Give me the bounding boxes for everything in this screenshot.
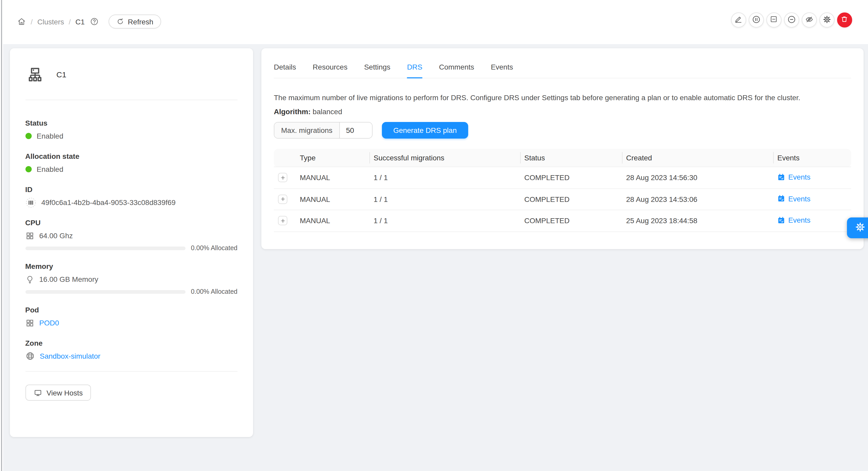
pause-circle-icon	[752, 15, 761, 25]
column-status: Status	[520, 149, 622, 167]
cell-status: COMPLETED	[520, 189, 622, 210]
row-events-label: Events	[788, 171, 811, 183]
allocation-state-dot	[25, 166, 31, 172]
memory-progress: 0.00% Allocated	[25, 287, 238, 296]
tab-resources[interactable]: Resources	[313, 57, 348, 78]
table-row: MANUAL 1 / 1 COMPLETED 25 Aug 2023 18:44…	[274, 210, 851, 232]
pause-cluster-button[interactable]	[748, 12, 764, 28]
breadcrumb-item-clusters[interactable]: Clusters	[37, 18, 64, 26]
row-events-label: Events	[788, 214, 811, 226]
tab-drs[interactable]: DRS	[407, 57, 423, 78]
globe-icon	[25, 351, 35, 361]
header-actions	[731, 12, 852, 28]
cpu-progress-track	[25, 246, 186, 250]
pod-label: Pod	[25, 305, 238, 315]
field-memory: Memory 16.00 GB Memory 0.00% Allocated	[25, 261, 238, 296]
minus-circle-icon	[787, 15, 796, 25]
breadcrumb-separator: /	[69, 18, 71, 26]
field-pod: Pod POD0	[25, 305, 238, 330]
row-events-link[interactable]: Events	[777, 214, 811, 226]
tab-events[interactable]: Events	[491, 57, 513, 78]
cluster-detail-card: Details Resources Settings DRS Comments …	[261, 48, 864, 249]
trash-icon	[840, 15, 848, 25]
delete-cluster-button[interactable]	[837, 12, 852, 28]
status-dot	[25, 133, 31, 139]
expand-row-button[interactable]	[278, 216, 287, 226]
cpu-progress: 0.00% Allocated	[25, 243, 238, 253]
cell-migrations: 1 / 1	[369, 210, 520, 232]
cell-migrations: 1 / 1	[369, 189, 520, 210]
tab-details[interactable]: Details	[274, 57, 296, 78]
plus-icon	[280, 196, 285, 202]
tab-comments[interactable]: Comments	[439, 57, 474, 78]
row-events-link[interactable]: Events	[777, 171, 811, 183]
row-events-label: Events	[788, 193, 811, 204]
gear-icon	[822, 15, 831, 25]
drs-controls: Max. migrations Generate DRS plan	[274, 122, 851, 139]
cell-created: 25 Aug 2023 18:44:58	[622, 210, 773, 232]
max-migrations-group: Max. migrations	[274, 122, 373, 139]
migrations-table: Type Successful migrations Status Create…	[274, 149, 851, 232]
breadcrumb: / Clusters / C1 Refresh	[17, 14, 161, 29]
zone-link[interactable]: Sandbox-simulator	[40, 350, 100, 362]
gear-icon	[855, 222, 865, 234]
memory-value: 16.00 GB Memory	[39, 273, 98, 285]
settings-button[interactable]	[819, 12, 834, 28]
expand-row-button[interactable]	[278, 173, 287, 182]
table-header-row: Type Successful migrations Status Create…	[274, 149, 851, 167]
info-fields: Status Enabled Allocation state Enabled …	[25, 118, 238, 363]
eye-invisible-icon	[805, 15, 813, 25]
memory-label: Memory	[25, 261, 238, 271]
refresh-button[interactable]: Refresh	[108, 14, 161, 29]
row-events-link[interactable]: Events	[777, 193, 811, 204]
max-migrations-input[interactable]	[340, 123, 372, 138]
grid-icon	[25, 231, 34, 240]
breadcrumb-item-current: C1	[75, 18, 85, 26]
cell-created: 28 Aug 2023 14:53:06	[622, 189, 773, 210]
max-migrations-label: Max. migrations	[274, 123, 340, 138]
project-settings-fab[interactable]	[847, 217, 868, 238]
plus-icon	[280, 175, 285, 180]
cell-created: 28 Aug 2023 14:56:30	[622, 167, 773, 189]
cpu-label: CPU	[25, 217, 238, 228]
pod-link[interactable]: POD0	[39, 317, 59, 329]
memory-allocated-text: 0.00% Allocated	[191, 288, 238, 295]
top-bar: / Clusters / C1 Refresh	[0, 0, 868, 44]
id-value: 49f0c6a1-4b2b-4ba4-9053-33c08d839f69	[41, 197, 176, 208]
status-value: Enabled	[37, 130, 63, 142]
disable-cluster-button[interactable]	[784, 12, 799, 28]
cpu-allocated-text: 0.00% Allocated	[191, 244, 238, 252]
field-zone: Zone Sandbox-simulator	[25, 338, 238, 363]
calendar-check-icon	[777, 195, 785, 202]
question-circle-icon[interactable]	[90, 17, 99, 26]
cpu-value: 64.00 Ghz	[39, 230, 73, 241]
cell-type: MANUAL	[296, 210, 369, 232]
hide-cluster-button[interactable]	[802, 12, 816, 28]
expand-row-button[interactable]	[278, 195, 287, 204]
info-divider-bottom	[25, 371, 238, 372]
table-row: MANUAL 1 / 1 COMPLETED 28 Aug 2023 14:53…	[274, 189, 851, 210]
refresh-icon	[116, 18, 124, 26]
edit-button[interactable]	[731, 12, 746, 28]
field-cpu: CPU 64.00 Ghz 0.00% Allocated	[25, 217, 238, 253]
unmanage-cluster-button[interactable]	[766, 12, 781, 28]
view-hosts-button[interactable]: View Hosts	[25, 384, 91, 401]
column-events: Events	[773, 149, 851, 167]
column-successful-migrations: Successful migrations	[369, 149, 520, 167]
generate-drs-plan-button[interactable]: Generate DRS plan	[382, 122, 468, 139]
window-edge-divider	[1, 0, 2, 471]
plus-icon	[280, 218, 285, 224]
memory-progress-track	[25, 290, 186, 294]
drs-algorithm-line: Algorithm: balanced	[274, 107, 851, 116]
cluster-info-card: C1 Status Enabled Allocation state Enabl…	[10, 48, 253, 437]
field-status: Status Enabled	[25, 118, 238, 143]
tab-settings[interactable]: Settings	[364, 57, 390, 78]
view-hosts-label: View Hosts	[46, 389, 83, 397]
home-icon[interactable]	[17, 17, 26, 26]
cell-type: MANUAL	[296, 167, 369, 189]
bulb-icon	[25, 275, 34, 283]
zone-label: Zone	[25, 338, 238, 348]
field-id: ID 49f0c6a1-4b2b-4ba4-9053-33c08d839f69	[25, 184, 238, 209]
info-divider-top	[25, 100, 238, 100]
table-row: MANUAL 1 / 1 COMPLETED 28 Aug 2023 14:56…	[274, 167, 851, 189]
